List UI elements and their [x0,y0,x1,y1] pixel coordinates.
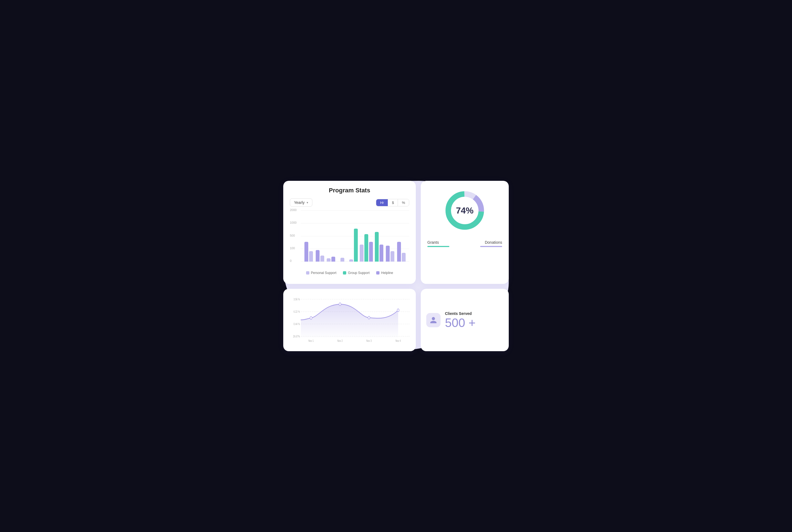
grid-label-500: 500 [290,234,295,237]
bar-groupsupport-5 [354,229,358,262]
dashboard-container: Program Stats Yearly ▾ Hr $ % 2000 1000 … [272,173,520,359]
bar-group-1 [303,242,314,262]
grid-label-100: 100 [290,246,295,250]
toggle-percent-button[interactable]: % [398,199,409,206]
bar-helpline-9 [397,242,401,262]
legend-label-group: Group Support [348,271,370,275]
legend-label-helpline: Helpline [381,271,393,275]
legend-dot-helpline [376,271,380,274]
line-point-1 [310,317,312,319]
bar-personal-5 [349,260,353,262]
chevron-down-icon: ▾ [307,201,308,205]
legend-label-personal: Personal Support [311,271,337,275]
donations-label: Donations [485,240,502,245]
bar-helpline-1 [305,242,308,262]
grants-label: Grants [427,240,449,245]
yearly-label: Yearly [294,200,305,205]
line-chart-area: 3.56 % 6.22 % 0.44 % 26.67% Nov 1 Nov 2 … [289,294,410,343]
bar-group-5 [348,229,358,262]
clients-count: 500 + [445,317,476,329]
bar-group-7 [374,232,384,262]
legend-personal-support: Personal Support [306,271,337,275]
bar-personal-9 [402,253,406,262]
svg-text:Nov 1: Nov 1 [308,339,313,342]
donut-legend-grants: Grants [427,240,449,247]
clients-served-card: Clients Served 500 + [421,289,509,351]
program-stats-title: Program Stats [290,187,409,194]
clients-served-label: Clients Served [445,311,476,316]
line-chart-card: 3.56 % 6.22 % 0.44 % 26.67% Nov 1 Nov 2 … [283,289,416,351]
donations-bar [480,246,502,247]
bar-helpline-6 [369,242,373,262]
legend-dot-group [343,271,346,274]
bar-personal-3 [327,258,331,262]
toggle-hr-button[interactable]: Hr [376,199,388,206]
legend-group-support: Group Support [343,271,370,275]
clients-avatar-icon [426,313,441,327]
bars-container [301,210,409,262]
svg-text:3.56 %: 3.56 % [294,298,300,301]
line-point-3 [368,316,370,319]
cards-grid: Program Stats Yearly ▾ Hr $ % 2000 1000 … [272,173,520,359]
bar-personal-2 [320,255,324,262]
legend-helpline: Helpline [376,271,393,275]
svg-text:Nov 2: Nov 2 [337,339,343,342]
bar-group-8 [385,246,395,262]
donut-wrapper: 74% [443,189,487,232]
yearly-dropdown[interactable]: Yearly ▾ [290,198,312,207]
bar-chart-area: 2000 1000 500 100 0 [290,210,409,268]
line-chart-svg: 3.56 % 6.22 % 0.44 % 26.67% Nov 1 Nov 2 … [289,294,410,343]
svg-text:Nov 4: Nov 4 [395,339,401,342]
person-icon [429,316,437,324]
bar-group-9 [396,242,406,262]
bar-helpline-2 [316,250,319,262]
bar-group-3 [326,256,336,262]
svg-text:26.67%: 26.67% [293,335,300,338]
legend-dot-personal [306,271,309,274]
bar-group-6 [360,234,373,262]
bar-helpline-7 [380,245,383,262]
bar-groupsupport-7 [375,232,379,262]
donut-percentage: 74% [456,206,474,216]
bar-group-2 [315,250,325,262]
line-point-4 [397,309,399,311]
grants-bar [427,246,449,247]
chart-legend: Personal Support Group Support Helpline [290,271,409,275]
program-stats-card: Program Stats Yearly ▾ Hr $ % 2000 1000 … [283,181,416,284]
metric-toggle-group: Hr $ % [376,199,409,206]
bar-personal-8 [390,251,394,262]
bar-personal-6 [360,245,364,262]
bar-group-4 [337,258,347,262]
donut-legend-donations: Donations [480,240,502,247]
clients-suffix: + [468,316,476,329]
svg-text:Nov 3: Nov 3 [366,339,371,342]
donut-chart-card: 74% Grants Donations [421,181,509,284]
toggle-dollar-button[interactable]: $ [388,199,398,206]
clients-info: Clients Served 500 + [445,311,476,329]
bar-personal-4 [340,258,344,262]
chart-controls: Yearly ▾ Hr $ % [290,198,409,207]
svg-text:6.22 %: 6.22 % [294,310,300,313]
donut-legend: Grants Donations [427,240,502,247]
bar-groupsupport-6 [364,234,368,262]
grid-label-2000: 2000 [290,208,296,212]
grid-label-0: 0 [290,259,292,262]
bar-helpline-3 [331,256,335,262]
bar-helpline-8 [386,246,390,262]
line-point-2 [339,303,341,306]
grid-label-1000: 1000 [290,221,296,224]
bar-personal-1 [309,251,313,262]
clients-number: 500 [445,316,465,329]
svg-text:0.44 %: 0.44 % [294,323,300,326]
